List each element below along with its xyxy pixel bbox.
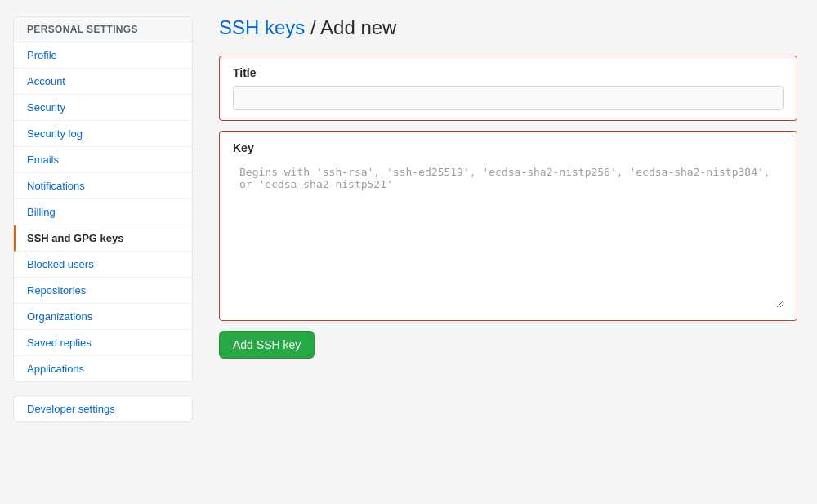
page-title: SSH keys / Add new [219,16,797,39]
sidebar-section-settings: Personal settings ProfileAccountSecurity… [13,16,193,382]
title-form-group: Title [219,56,797,121]
sidebar-item-notifications[interactable]: Notifications [14,173,192,199]
add-ssh-key-button[interactable]: Add SSH key [219,331,315,359]
sidebar-item-ssh-gpg-keys[interactable]: SSH and GPG keys [14,225,192,252]
key-textarea[interactable] [233,161,784,308]
sidebar-item-security[interactable]: Security [14,95,192,121]
key-label: Key [233,141,784,154]
title-label: Title [233,66,784,79]
key-form-group: Key [219,131,797,321]
sidebar-item-emails[interactable]: Emails [14,147,192,173]
sidebar-section-developer: Developer settings [13,395,193,422]
sidebar-item-billing[interactable]: Billing [14,199,192,225]
sidebar-item-saved-replies[interactable]: Saved replies [14,330,192,356]
sidebar-item-account[interactable]: Account [14,69,192,95]
main-content: SSH keys / Add new Title Key Add SSH key [212,16,804,488]
breadcrumb-link[interactable]: SSH keys [219,16,305,38]
sidebar-item-applications[interactable]: Applications [14,356,192,381]
sidebar-heading: Personal settings [14,17,192,42]
sidebar-item-security-log[interactable]: Security log [14,121,192,147]
sidebar: Personal settings ProfileAccountSecurity… [13,16,193,488]
sidebar-item-developer-settings[interactable]: Developer settings [14,396,192,421]
sidebar-item-repositories[interactable]: Repositories [14,278,192,304]
breadcrumb-separator: / Add new [305,16,396,38]
title-input[interactable] [233,86,784,110]
sidebar-item-blocked-users[interactable]: Blocked users [14,252,192,278]
sidebar-item-profile[interactable]: Profile [14,42,192,69]
sidebar-item-organizations[interactable]: Organizations [14,304,192,330]
